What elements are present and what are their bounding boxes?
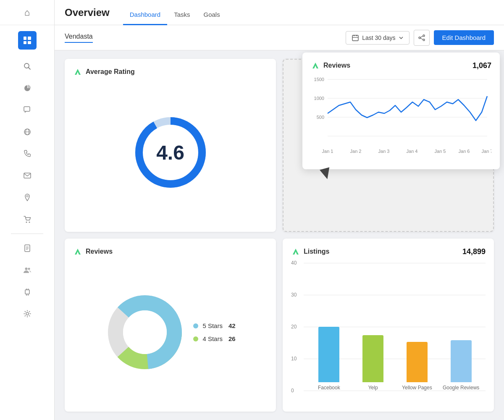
listings-card: Listings 14,899 40 [283, 239, 494, 412]
5-stars-label: 5 Stars [202, 322, 223, 329]
card-header-rating: Average Rating [73, 67, 268, 76]
listings-title: Listings [304, 248, 329, 255]
edit-dashboard-button[interactable]: Edit Dashboard [434, 30, 494, 45]
sidebar-settings[interactable] [18, 304, 37, 323]
tab-tasks[interactable]: Tasks [167, 11, 197, 25]
reviews-donut-card: Reviews [65, 239, 276, 412]
reviews-popup-header: Reviews 1,067 [311, 61, 491, 70]
svg-text:1000: 1000 [314, 96, 324, 101]
card-header-listings: Listings 14,899 [291, 247, 486, 256]
average-rating-donut: 4.6 [129, 110, 213, 194]
sidebar-docs[interactable] [18, 239, 37, 257]
vendasta-logo-icon-popup [311, 61, 320, 70]
card-header-reviews-donut: Reviews [73, 247, 268, 256]
svg-marker-41 [312, 63, 318, 68]
svg-rect-16 [25, 290, 29, 294]
reviews-donut-title: Reviews [86, 248, 113, 255]
svg-marker-35 [75, 249, 81, 255]
5-stars-dot [193, 323, 198, 328]
bar-facebook: Facebook [309, 327, 349, 391]
reviews-donut-chart [105, 292, 185, 372]
vendasta-logo-icon [73, 67, 82, 76]
page-title: Overview [65, 7, 110, 18]
reviews-popup-title: Reviews [323, 62, 350, 69]
home-icon[interactable]: ⌂ [24, 7, 30, 18]
y-label-40: 40 [291, 260, 297, 266]
main-area: Overview Dashboard Tasks Goals Vendasta [55, 0, 504, 420]
svg-point-28 [423, 39, 425, 41]
tab-dashboard[interactable]: Dashboard [123, 11, 167, 25]
sidebar-cart[interactable] [18, 210, 37, 228]
sidebar-home[interactable]: ⌂ [0, 0, 54, 25]
svg-text:Jan 6: Jan 6 [459, 149, 470, 154]
bar-yelp: Yelp [353, 335, 394, 391]
bar-google-label: Google Reviews [443, 385, 479, 391]
sidebar-location[interactable] [18, 188, 37, 207]
share-icon [418, 34, 425, 41]
sidebar-users[interactable] [18, 261, 37, 279]
bar-facebook-rect [318, 327, 339, 382]
5-stars-count: 42 [228, 322, 236, 329]
svg-line-30 [420, 38, 423, 39]
reviews-total: 1,067 [472, 61, 491, 70]
average-rating-card: Average Rating 4.6 [65, 59, 276, 232]
bar-google-rect [451, 340, 472, 382]
rating-center: 4.6 [73, 81, 268, 223]
svg-line-29 [420, 36, 423, 37]
sidebar-divider [11, 234, 43, 234]
svg-point-15 [28, 268, 30, 270]
svg-text:500: 500 [317, 115, 324, 120]
svg-text:Jan 3: Jan 3 [378, 149, 390, 154]
sidebar-phone[interactable] [18, 144, 37, 163]
reviews-line-chart: 1500 1000 500 Jan 1 Jan 2 [311, 75, 491, 159]
subheader-actions: Last 30 days Edit Dashboard [346, 30, 494, 46]
bars-container: Facebook Yelp Yellow Pages [304, 263, 486, 391]
calendar-icon [352, 34, 359, 41]
y-label-20: 20 [291, 324, 297, 330]
card-title-group-2: Reviews [73, 247, 113, 256]
bar-yellowpages-label: Yellow Pages [402, 385, 432, 391]
svg-rect-22 [352, 35, 358, 41]
sidebar-search[interactable] [18, 57, 37, 76]
sidebar: ⌂ [0, 0, 55, 420]
bar-facebook-label: Facebook [318, 385, 340, 391]
y-label-10: 10 [291, 356, 297, 362]
rating-value: 4.6 [156, 141, 184, 164]
reviews-line-path [328, 96, 487, 121]
bar-chart: 40 30 20 10 [291, 261, 486, 403]
svg-text:Jan 2: Jan 2 [350, 149, 362, 154]
top-nav: Overview Dashboard Tasks Goals [55, 0, 504, 25]
sidebar-plugins[interactable] [18, 283, 37, 301]
date-range-button[interactable]: Last 30 days [346, 31, 409, 45]
sidebar-analytics[interactable] [18, 79, 37, 97]
svg-text:Jan 7: Jan 7 [482, 149, 491, 154]
4-stars-dot [193, 336, 198, 341]
reviews-legend: 5 Stars 42 4 Stars 26 [193, 322, 235, 342]
vendasta-logo-icon-2 [73, 247, 82, 256]
svg-point-7 [26, 195, 28, 197]
y-label-0: 0 [291, 388, 294, 394]
tab-goals[interactable]: Goals [197, 11, 226, 25]
sidebar-mail[interactable] [18, 166, 37, 185]
line-chart-area: 1500 1000 500 Jan 1 Jan 2 [311, 75, 491, 161]
4-stars-label: 4 Stars [202, 335, 223, 342]
sidebar-social[interactable] [18, 123, 37, 141]
svg-point-8 [26, 221, 27, 223]
share-button[interactable] [414, 30, 430, 46]
company-name: Vendasta [65, 33, 93, 43]
average-rating-title: Average Rating [86, 68, 135, 76]
svg-point-14 [25, 268, 27, 270]
legend-4-stars: 4 Stars 26 [193, 335, 235, 342]
card-title-group-3: Listings [291, 247, 329, 256]
chevron-down-icon [399, 37, 403, 39]
svg-rect-6 [24, 173, 31, 178]
vendasta-logo-icon-3 [291, 247, 300, 256]
apps-button[interactable] [18, 31, 37, 50]
legend-5-stars: 5 Stars 42 [193, 322, 235, 329]
svg-marker-40 [293, 249, 299, 255]
svg-rect-2 [24, 107, 30, 111]
sidebar-chat[interactable] [18, 101, 37, 119]
4-stars-count: 26 [228, 335, 236, 342]
nav-tabs: Dashboard Tasks Goals [123, 0, 227, 25]
bar-yellowpages-rect [407, 342, 428, 382]
